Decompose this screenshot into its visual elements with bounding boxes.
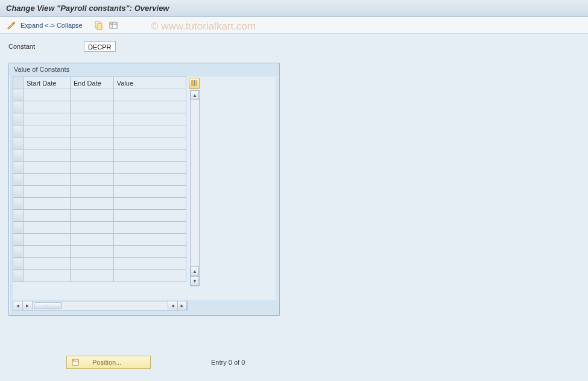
row-selector[interactable] (13, 137, 24, 150)
table-cell[interactable] (113, 150, 186, 162)
table-row[interactable] (13, 174, 186, 186)
table-cell[interactable] (70, 113, 113, 125)
table-row[interactable] (13, 210, 186, 222)
table-cell[interactable] (23, 162, 70, 174)
table-cell[interactable] (113, 210, 186, 222)
scroll-right-icon[interactable]: ◄ (168, 301, 177, 310)
row-selector[interactable] (13, 258, 24, 270)
scroll-track[interactable] (191, 100, 199, 266)
scroll-down-icon[interactable]: ▲ (191, 266, 199, 276)
col-end-date[interactable]: End Date (70, 77, 113, 89)
table-cell[interactable] (70, 198, 113, 210)
table-cell[interactable] (113, 174, 186, 186)
hscroll-thumb[interactable]: ::: (34, 302, 62, 309)
row-selector[interactable] (13, 186, 24, 198)
pencil-icon[interactable] (6, 20, 17, 31)
table-cell[interactable] (23, 234, 70, 246)
table-cell[interactable] (70, 125, 113, 137)
table-cell[interactable] (113, 234, 186, 246)
table-cell[interactable] (70, 210, 113, 222)
table-cell[interactable] (113, 246, 186, 258)
row-selector[interactable] (13, 162, 24, 174)
table-cell[interactable] (23, 258, 70, 270)
configure-columns-icon[interactable] (189, 78, 200, 89)
table-cell[interactable] (113, 101, 186, 113)
table-row[interactable] (13, 113, 186, 125)
table-cell[interactable] (70, 162, 113, 174)
scroll-up-icon[interactable]: ▲ (191, 90, 199, 100)
table-cell[interactable] (23, 246, 70, 258)
table-cell[interactable] (70, 150, 113, 162)
row-selector[interactable] (13, 222, 24, 234)
table-cell[interactable] (23, 198, 70, 210)
table-settings-icon[interactable] (108, 20, 119, 31)
table-cell[interactable] (23, 174, 70, 186)
table-cell[interactable] (70, 137, 113, 150)
scroll-down2-icon[interactable]: ▼ (191, 276, 199, 286)
row-selector[interactable] (13, 198, 24, 210)
table-cell[interactable] (113, 89, 186, 101)
select-all-header[interactable] (13, 77, 24, 89)
constant-value[interactable]: DECPR (84, 41, 116, 52)
table-row[interactable] (13, 162, 186, 174)
table-row[interactable] (13, 186, 186, 198)
table-row[interactable] (13, 137, 186, 150)
table-cell[interactable] (113, 198, 186, 210)
table-cell[interactable] (23, 113, 70, 125)
table-cell[interactable] (113, 125, 186, 137)
table-cell[interactable] (70, 258, 113, 270)
table-cell[interactable] (113, 137, 186, 150)
table-cell[interactable] (113, 258, 186, 270)
table-cell[interactable] (70, 234, 113, 246)
col-value[interactable]: Value (113, 77, 186, 89)
row-selector[interactable] (13, 246, 24, 258)
position-button[interactable]: Position... (66, 356, 151, 369)
vertical-scrollbar[interactable]: ▲ ▲ ▼ (190, 90, 200, 286)
table-cell[interactable] (70, 246, 113, 258)
horizontal-scrollbar[interactable]: ◄ ► ::: ◄ ► (13, 301, 188, 310)
row-selector[interactable] (13, 150, 24, 162)
table-cell[interactable] (23, 125, 70, 137)
table-cell[interactable] (113, 162, 186, 174)
table-row[interactable] (13, 246, 186, 258)
table-cell[interactable] (70, 270, 113, 282)
table-row[interactable] (13, 89, 186, 101)
row-selector[interactable] (13, 234, 24, 246)
table-cell[interactable] (70, 101, 113, 113)
table-row[interactable] (13, 222, 186, 234)
table-cell[interactable] (113, 113, 186, 125)
table-cell[interactable] (23, 222, 70, 234)
row-selector[interactable] (13, 101, 24, 113)
table-cell[interactable] (70, 89, 113, 101)
col-start-date[interactable]: Start Date (23, 77, 70, 89)
table-row[interactable] (13, 270, 186, 282)
scroll-right2-icon[interactable]: ► (177, 301, 187, 310)
table-cell[interactable] (23, 137, 70, 150)
scroll-left-icon[interactable]: ◄ (13, 301, 23, 310)
table-row[interactable] (13, 150, 186, 162)
row-selector[interactable] (13, 174, 24, 186)
table-row[interactable] (13, 258, 186, 270)
table-cell[interactable] (113, 222, 186, 234)
expand-collapse-link[interactable]: Expand <-> Collapse (21, 22, 83, 29)
table-cell[interactable] (23, 210, 70, 222)
table-cell[interactable] (113, 270, 186, 282)
table-row[interactable] (13, 234, 186, 246)
copy-icon[interactable] (93, 20, 104, 31)
table-cell[interactable] (23, 89, 70, 101)
row-selector[interactable] (13, 210, 24, 222)
row-selector[interactable] (13, 89, 24, 101)
table-cell[interactable] (23, 150, 70, 162)
row-selector[interactable] (13, 113, 24, 125)
table-cell[interactable] (23, 270, 70, 282)
row-selector[interactable] (13, 270, 24, 282)
table-cell[interactable] (23, 186, 70, 198)
table-cell[interactable] (70, 222, 113, 234)
row-selector[interactable] (13, 125, 24, 137)
table-row[interactable] (13, 198, 186, 210)
scroll-left2-icon[interactable]: ► (23, 301, 33, 310)
table-cell[interactable] (113, 186, 186, 198)
table-row[interactable] (13, 125, 186, 137)
table-cell[interactable] (70, 186, 113, 198)
table-cell[interactable] (70, 174, 113, 186)
